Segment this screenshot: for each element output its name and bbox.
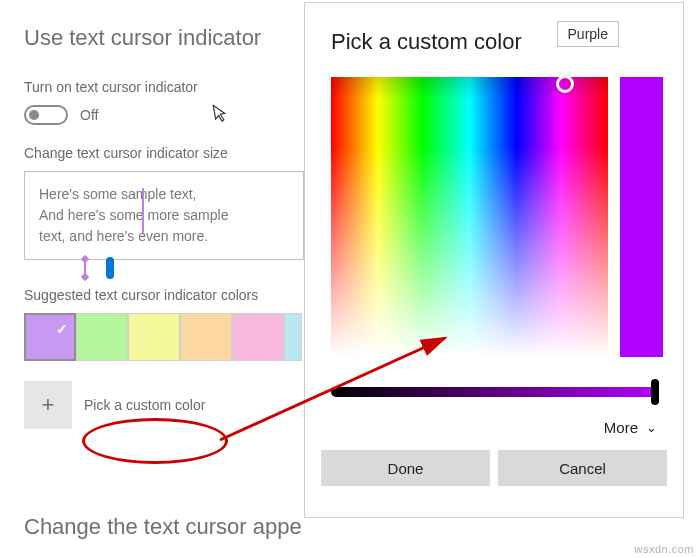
color-picker-popup: Purple Pick a custom color More ⌄ Done C… bbox=[304, 2, 684, 518]
color-picker-buttons: Done Cancel bbox=[305, 450, 683, 502]
swatch-cyan[interactable] bbox=[284, 313, 302, 361]
toggle-row: Off bbox=[24, 105, 304, 125]
hue-saturation-field[interactable] bbox=[331, 77, 608, 357]
toggle-switch[interactable] bbox=[24, 105, 68, 125]
section-title: Use text cursor indicator bbox=[24, 25, 304, 51]
color-picker-body bbox=[305, 77, 683, 357]
gradient-overlay bbox=[331, 77, 608, 357]
color-tooltip: Purple bbox=[557, 21, 619, 47]
watermark: wsxdn.com bbox=[634, 543, 694, 555]
size-slider-row bbox=[24, 268, 304, 269]
cursor-indicator-preview bbox=[142, 188, 144, 234]
slider-thumb[interactable] bbox=[106, 257, 114, 279]
plus-icon[interactable]: + bbox=[24, 381, 72, 429]
swatch-pink[interactable] bbox=[232, 313, 284, 361]
value-slider-thumb[interactable] bbox=[651, 379, 659, 405]
slider-min-marker bbox=[84, 260, 86, 276]
color-swatches bbox=[24, 313, 304, 361]
custom-color-label: Pick a custom color bbox=[74, 397, 205, 413]
sample-text-box: Here's some sample text, And here's some… bbox=[24, 171, 304, 260]
more-toggle[interactable]: More ⌄ bbox=[305, 397, 683, 450]
color-preview bbox=[620, 77, 663, 357]
chevron-down-icon: ⌄ bbox=[646, 420, 657, 435]
size-slider[interactable] bbox=[84, 268, 244, 269]
value-slider[interactable] bbox=[331, 387, 657, 397]
color-cursor[interactable] bbox=[556, 75, 574, 93]
color-picker-title: Pick a custom color bbox=[305, 3, 683, 55]
swatch-orange[interactable] bbox=[180, 313, 232, 361]
toggle-label: Turn on text cursor indicator bbox=[24, 79, 304, 95]
suggested-colors-label: Suggested text cursor indicator colors bbox=[24, 287, 304, 303]
toggle-state-label: Off bbox=[80, 107, 98, 123]
settings-panel: Use text cursor indicator Turn on text c… bbox=[24, 25, 304, 429]
next-section-title: Change the text cursor appe bbox=[24, 514, 302, 540]
done-button[interactable]: Done bbox=[321, 450, 490, 486]
size-label: Change text cursor indicator size bbox=[24, 145, 304, 161]
swatch-yellow[interactable] bbox=[128, 313, 180, 361]
custom-color-row[interactable]: + Pick a custom color bbox=[24, 381, 304, 429]
swatch-green[interactable] bbox=[76, 313, 128, 361]
sample-line: text, and here's even more. bbox=[39, 226, 289, 247]
more-label: More bbox=[604, 419, 638, 436]
sample-line: And here's some more sample bbox=[39, 205, 289, 226]
sample-line: Here's some sample text, bbox=[39, 184, 289, 205]
swatch-purple[interactable] bbox=[24, 313, 76, 361]
cancel-button[interactable]: Cancel bbox=[498, 450, 667, 486]
